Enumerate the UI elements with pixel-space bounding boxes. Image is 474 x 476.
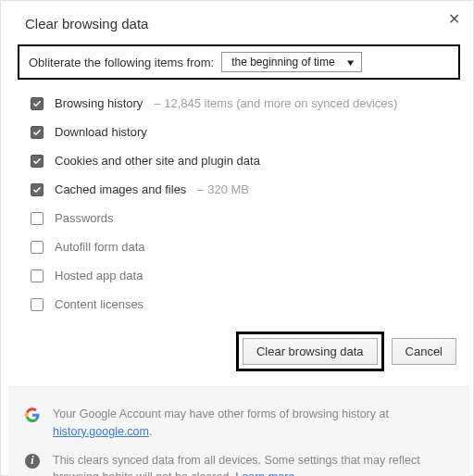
checkbox-row: Content licenses — [31, 290, 453, 319]
checkbox-label: Autofill form data — [55, 240, 145, 254]
checkbox-label: Passwords — [55, 211, 114, 225]
checkbox-detail: – 12,845 items (and more on synced devic… — [154, 96, 397, 110]
checkbox-label: Content licenses — [55, 297, 143, 311]
chevron-down-icon: ▾ — [347, 56, 355, 69]
checkbox-list: Browsing history– 12,845 items (and more… — [8, 89, 469, 319]
checkbox-row: Cached images and files– 320 MB — [31, 175, 453, 204]
checkbox-row: Autofill form data — [31, 232, 453, 261]
close-icon[interactable]: ✕ — [448, 12, 460, 27]
checkbox[interactable] — [31, 298, 44, 311]
learn-more-link[interactable]: Learn more — [235, 470, 294, 476]
dialog-title: Clear browsing data — [8, 5, 469, 44]
footer-info-text: This clears synced data from all devices… — [53, 452, 453, 477]
footer-info-row: i This clears synced data from all devic… — [25, 446, 453, 477]
info-icon: i — [25, 454, 40, 469]
dialog-footer: Your Google Account may have other forms… — [8, 387, 469, 476]
clear-browsing-data-button[interactable]: Clear browsing data — [243, 338, 378, 365]
time-range-value: the beginning of time — [231, 56, 334, 69]
checkbox-row: Browsing history– 12,845 items (and more… — [31, 89, 453, 118]
dialog-actions: Clear browsing data Cancel — [8, 319, 469, 381]
checkbox[interactable] — [31, 97, 44, 110]
footer-google-row: Your Google Account may have other forms… — [25, 400, 453, 446]
checkbox-label: Cookies and other site and plugin data — [55, 154, 260, 168]
checkbox-row: Passwords — [31, 204, 453, 232]
primary-highlight: Clear browsing data — [236, 332, 384, 371]
cancel-button[interactable]: Cancel — [392, 338, 456, 365]
obliterate-label: Obliterate the following items from: — [29, 56, 214, 69]
time-range-select[interactable]: the beginning of time ▾ — [221, 52, 361, 72]
checkbox[interactable] — [31, 269, 44, 282]
checkbox-label: Browsing history — [55, 96, 143, 110]
checkbox-row: Hosted app data — [31, 261, 453, 290]
time-range-row: Obliterate the following items from: the… — [18, 44, 460, 80]
checkbox-detail: – 320 MB — [197, 182, 249, 196]
checkbox-label: Download history — [55, 125, 147, 139]
checkbox[interactable] — [31, 212, 44, 225]
checkbox-row: Download history — [31, 118, 453, 146]
checkbox[interactable] — [31, 155, 44, 168]
clear-browsing-data-dialog: ✕ Clear browsing data Obliterate the fol… — [8, 5, 469, 471]
checkbox[interactable] — [31, 126, 44, 139]
checkbox[interactable] — [31, 183, 44, 196]
checkbox-row: Cookies and other site and plugin data — [31, 146, 453, 175]
checkbox-label: Cached images and files — [55, 182, 186, 196]
google-logo-icon — [25, 407, 40, 422]
footer-google-text: Your Google Account may have other forms… — [53, 406, 453, 441]
checkbox[interactable] — [31, 241, 44, 254]
checkbox-label: Hosted app data — [55, 269, 143, 282]
history-google-link[interactable]: history.google.com — [53, 425, 149, 438]
